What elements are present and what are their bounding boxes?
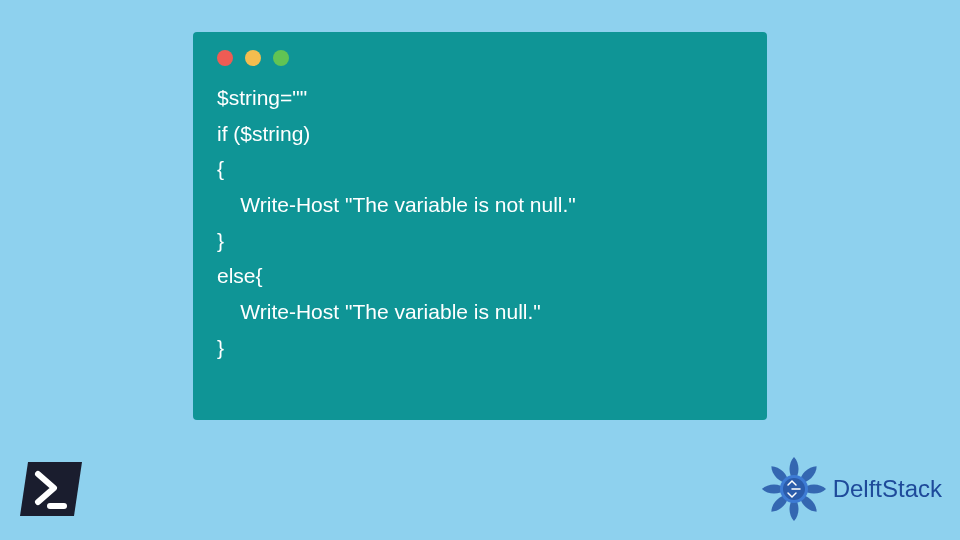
delft-mandala-icon — [759, 454, 829, 524]
maximize-icon — [273, 50, 289, 66]
delftstack-text: DelftStack — [833, 475, 942, 503]
code-line: Write-Host "The variable is not null." — [217, 193, 576, 216]
code-line: } — [217, 336, 224, 359]
code-line: { — [217, 157, 224, 180]
code-line: $string="" — [217, 86, 307, 109]
code-line: else{ — [217, 264, 263, 287]
minimize-icon — [245, 50, 261, 66]
window-traffic-lights — [217, 50, 743, 66]
delftstack-logo: DelftStack — [759, 454, 942, 524]
code-window: $string="" if ($string) { Write-Host "Th… — [193, 32, 767, 420]
code-line: if ($string) — [217, 122, 310, 145]
powershell-icon — [18, 460, 84, 518]
code-line: } — [217, 229, 224, 252]
code-block: $string="" if ($string) { Write-Host "Th… — [217, 80, 743, 366]
close-icon — [217, 50, 233, 66]
code-line: Write-Host "The variable is null." — [217, 300, 541, 323]
